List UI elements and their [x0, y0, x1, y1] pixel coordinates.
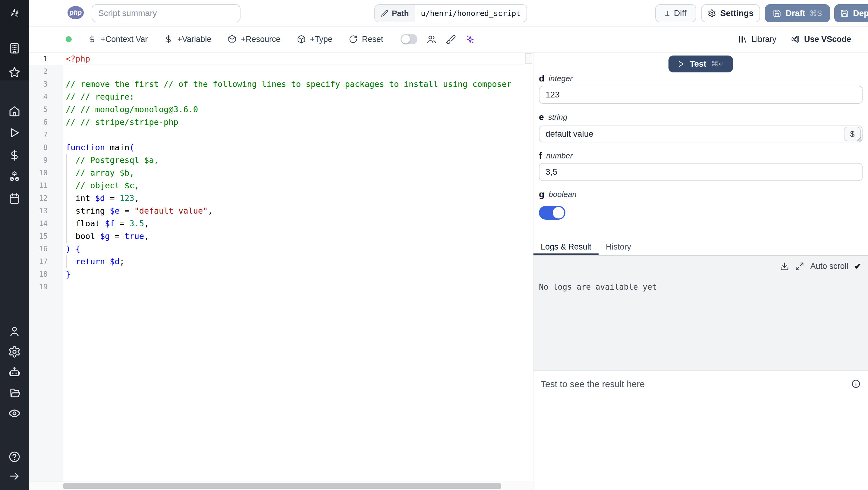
field-e: e string default value $ [539, 111, 863, 142]
code-line[interactable]: // // require: [66, 90, 525, 103]
tab-logs-result[interactable]: Logs & Result [533, 240, 598, 255]
add-type-label: +Type [310, 35, 333, 44]
settings-label: Settings [720, 8, 753, 18]
user-icon[interactable] [8, 325, 21, 338]
code-line[interactable]: // array $b, [66, 167, 525, 179]
audit-eye-icon[interactable] [8, 407, 21, 420]
field-g: g boolean [539, 188, 863, 220]
workers-robot-icon[interactable] [8, 366, 21, 379]
refresh-icon [349, 35, 358, 44]
code-line[interactable]: // object $c, [66, 179, 525, 192]
code-line[interactable]: // Postgresql $a, [66, 154, 525, 167]
code-line[interactable]: // // monolog/monolog@3.6.0 [66, 103, 525, 116]
add-context-var-button[interactable]: +Context Var [87, 35, 148, 44]
line-number: 12 [29, 192, 63, 205]
tab-history[interactable]: History [598, 240, 638, 255]
deploy-button[interactable]: Deploy [834, 4, 868, 22]
reset-button[interactable]: Reset [349, 35, 383, 44]
test-shortcut: ⌘↵ [711, 60, 724, 68]
workspace-building-icon[interactable] [8, 42, 21, 55]
line-number: 16 [29, 242, 63, 255]
checkmark-icon[interactable]: ✔ [855, 261, 861, 271]
info-icon[interactable] [851, 379, 861, 388]
field-d: d integer [539, 73, 863, 104]
code-line[interactable]: } [66, 268, 525, 281]
path-value: u/henri/honored_script [415, 5, 527, 22]
logs-toolbar: Auto scroll ✔ [780, 261, 861, 271]
code-line[interactable]: float $f = 3.5, [66, 217, 525, 230]
schedules-calendar-icon[interactable] [8, 192, 21, 205]
language-badge: php [67, 6, 84, 19]
vertical-scrollbar[interactable] [525, 53, 532, 64]
folders-icon[interactable] [8, 386, 21, 399]
windmill-logo-icon[interactable] [8, 7, 21, 20]
code-line[interactable]: ) { [66, 242, 525, 255]
add-type-button[interactable]: +Type [297, 35, 333, 44]
library-label: Library [751, 35, 776, 44]
expand-logs-icon[interactable] [795, 262, 804, 271]
line-number: 19 [29, 281, 63, 293]
code-line[interactable]: bool $g = true, [66, 230, 525, 242]
save-draft-button[interactable]: Draft ⌘S [765, 4, 830, 22]
help-icon[interactable] [8, 451, 21, 463]
download-logs-icon[interactable] [780, 262, 789, 271]
field-g-toggle[interactable] [539, 206, 565, 220]
field-f: f number [539, 150, 863, 181]
gutter: 12345678910111213141516171819 [29, 53, 63, 482]
library-button[interactable]: Library [738, 35, 776, 44]
diff-mode-toggle[interactable] [401, 34, 417, 45]
code-line[interactable]: string $e = "default value", [66, 205, 525, 217]
field-e-textarea[interactable]: default value $ [539, 125, 863, 142]
code-area[interactable]: <?php// remove the first // of the follo… [63, 53, 525, 482]
code-line[interactable] [66, 128, 525, 141]
code-line[interactable] [66, 65, 525, 78]
status-dot [66, 36, 72, 42]
code-line[interactable]: <?php [66, 53, 525, 65]
code-line[interactable]: int $d = 123, [66, 192, 525, 205]
result-tabs: Logs & Result History [533, 240, 868, 256]
field-e-label: e string [539, 111, 863, 123]
variables-dollar-icon[interactable] [8, 149, 21, 162]
package-icon [297, 35, 306, 44]
auto-scroll-label[interactable]: Auto scroll [810, 262, 848, 271]
script-summary-input[interactable] [92, 4, 241, 22]
result-placeholder: Test to see the result here [541, 379, 645, 389]
multiplayer-users-icon[interactable] [427, 34, 437, 45]
add-resource-label: +Resource [241, 35, 280, 44]
dollar-icon [87, 35, 96, 44]
reset-label: Reset [362, 35, 383, 44]
diff-label: Diff [674, 8, 687, 18]
line-number: 14 [29, 217, 63, 230]
ai-sparkles-icon[interactable] [465, 34, 475, 45]
line-number: 1 [29, 53, 63, 65]
resources-boxes-icon[interactable] [8, 171, 21, 183]
runs-play-icon[interactable] [8, 126, 21, 139]
line-number: 13 [29, 205, 63, 217]
expand-sidebar-arrow-icon[interactable] [8, 470, 21, 483]
field-f-label: f number [539, 150, 863, 162]
code-line[interactable]: function main( [66, 141, 525, 154]
home-icon[interactable] [8, 105, 21, 117]
path-widget[interactable]: Path u/henri/honored_script [374, 4, 527, 22]
resize-handle-icon[interactable] [857, 136, 862, 142]
run-panel: Test ⌘↵ d integer e string default value [533, 53, 868, 490]
horizontal-scrollbar-thumb[interactable] [63, 483, 501, 489]
add-resource-button[interactable]: +Resource [227, 35, 280, 44]
settings-gear-icon[interactable] [8, 345, 21, 358]
diff-button[interactable]: ± Diff [655, 4, 696, 22]
use-vscode-button[interactable]: Use VScode [791, 35, 851, 44]
format-brush-icon[interactable] [446, 34, 456, 45]
add-variable-button[interactable]: +Variable [164, 35, 211, 44]
code-line[interactable] [66, 281, 525, 293]
test-button[interactable]: Test ⌘↵ [669, 56, 733, 73]
code-line[interactable]: return $d; [66, 255, 525, 268]
code-line[interactable]: // remove the first // of the following … [66, 78, 525, 90]
settings-button[interactable]: Settings [701, 4, 760, 22]
favorites-star-icon[interactable] [8, 66, 21, 79]
field-d-input[interactable] [539, 86, 863, 104]
field-f-input[interactable] [539, 163, 863, 181]
add-variable-label: +Variable [177, 35, 211, 44]
code-line[interactable]: // // stripe/stripe-php [66, 116, 525, 128]
draft-shortcut: ⌘S [809, 9, 822, 18]
code-editor[interactable]: 12345678910111213141516171819 <?php// re… [29, 53, 533, 490]
